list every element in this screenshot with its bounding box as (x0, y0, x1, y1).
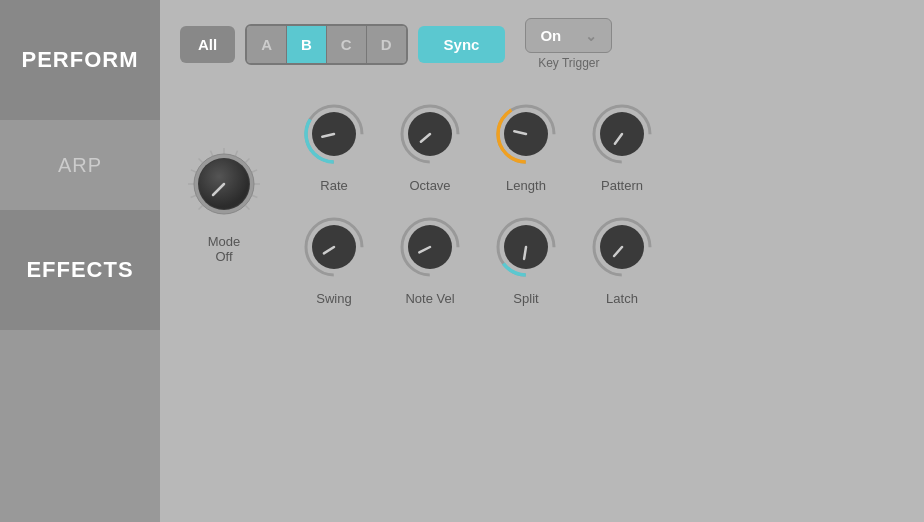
abcd-group: A B C D (245, 24, 407, 65)
knob-split[interactable] (490, 211, 562, 283)
knob-cell-length: Length (490, 98, 562, 193)
knob-cell-octave: Octave (394, 98, 466, 193)
sidebar-item-perform[interactable]: PERFORM (0, 0, 160, 120)
svg-line-1 (191, 195, 197, 197)
knobs-area: Mode Off RateOctaveLengthPatternSwingNot… (180, 98, 904, 306)
sidebar-item-effects[interactable]: EFFECTS (0, 210, 160, 330)
main-panel: All A B C D Sync On ⌄ Key Trigger (160, 0, 924, 522)
knob-label-latch: Latch (606, 291, 638, 306)
mode-off-label: Off (208, 249, 241, 264)
key-trigger-value: On (540, 27, 561, 44)
knob-cell-pattern: Pattern (586, 98, 658, 193)
svg-line-7 (235, 151, 237, 157)
knobs-grid: RateOctaveLengthPatternSwingNote VelSpli… (298, 98, 658, 306)
sidebar-spacer (0, 330, 160, 522)
knob-latch[interactable] (586, 211, 658, 283)
all-button[interactable]: All (180, 26, 235, 63)
knob-cell-split: Split (490, 211, 562, 306)
sync-button[interactable]: Sync (418, 26, 506, 63)
knob-cell-swing: Swing (298, 211, 370, 306)
btn-d[interactable]: D (367, 26, 406, 63)
knob-cell-notevel: Note Vel (394, 211, 466, 306)
key-trigger-label: Key Trigger (538, 56, 599, 70)
knob-length[interactable] (490, 98, 562, 170)
chevron-down-icon: ⌄ (585, 28, 597, 44)
btn-a[interactable]: A (247, 26, 287, 63)
mode-knob[interactable] (180, 140, 268, 228)
svg-line-5 (211, 151, 213, 157)
sidebar-effects-label: EFFECTS (26, 257, 133, 283)
knob-pattern[interactable] (586, 98, 658, 170)
sidebar-arp-label: ARP (58, 154, 102, 177)
knob-octave[interactable] (394, 98, 466, 170)
sidebar-perform-label: PERFORM (22, 47, 139, 73)
knob-label-swing: Swing (316, 291, 351, 306)
svg-line-9 (252, 170, 258, 172)
mode-knob-section: Mode Off (180, 140, 268, 264)
svg-line-11 (252, 195, 258, 197)
svg-line-0 (199, 205, 203, 209)
sidebar: PERFORM ARP EFFECTS (0, 0, 160, 522)
svg-line-4 (199, 159, 203, 163)
knob-label-split: Split (513, 291, 538, 306)
knob-label-octave: Octave (409, 178, 450, 193)
svg-line-8 (245, 159, 249, 163)
knob-label-length: Length (506, 178, 546, 193)
mode-label: Mode (208, 234, 241, 249)
btn-b[interactable]: B (287, 26, 327, 63)
knob-rate[interactable] (298, 98, 370, 170)
knob-label-rate: Rate (320, 178, 347, 193)
knob-notevel[interactable] (394, 211, 466, 283)
key-trigger-select[interactable]: On ⌄ (525, 18, 612, 53)
knob-swing[interactable] (298, 211, 370, 283)
svg-line-3 (191, 170, 197, 172)
svg-line-12 (245, 205, 249, 209)
top-bar: All A B C D Sync On ⌄ Key Trigger (180, 18, 904, 70)
knob-cell-latch: Latch (586, 211, 658, 306)
knob-cell-rate: Rate (298, 98, 370, 193)
key-trigger-wrapper: On ⌄ Key Trigger (525, 18, 612, 70)
btn-c[interactable]: C (327, 26, 367, 63)
sidebar-item-arp[interactable]: ARP (0, 120, 160, 210)
knob-label-notevel: Note Vel (405, 291, 454, 306)
knob-label-pattern: Pattern (601, 178, 643, 193)
